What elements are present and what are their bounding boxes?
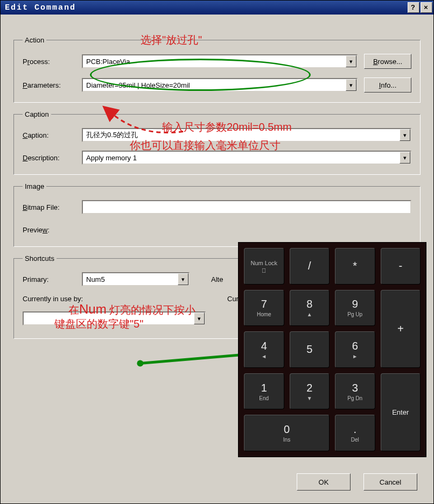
key-2: 2▼ <box>290 373 330 410</box>
dropdown-arrow-icon[interactable] <box>346 79 356 91</box>
dropdown-arrow-icon[interactable] <box>194 313 205 324</box>
key-1: 1End <box>244 373 284 410</box>
preview-label: Preview: <box>23 226 82 234</box>
cancel-button[interactable]: Cancel <box>363 473 417 491</box>
key-numlock: Num Lock⎕ <box>244 248 284 285</box>
svg-point-0 <box>137 360 143 367</box>
process-combobox[interactable]: PCB:PlaceVia <box>82 54 358 68</box>
key-8: 8▲ <box>290 290 330 326</box>
key-plus: + <box>381 290 421 368</box>
dropdown-arrow-icon[interactable] <box>400 129 410 141</box>
description-label: Description: <box>23 154 82 162</box>
group-action-legend: Action <box>23 36 46 44</box>
caption-value: 孔径为0.5的过孔 <box>83 130 400 140</box>
key-slash: / <box>290 248 330 285</box>
group-shortcuts-legend: Shortcuts <box>23 254 57 262</box>
key-9: 9Pg Up <box>335 290 375 326</box>
group-caption: Caption Caption: 孔径为0.5的过孔 Description: … <box>13 110 421 175</box>
key-6: 6► <box>335 331 375 368</box>
key-enter: Enter <box>381 373 421 451</box>
close-button[interactable]: × <box>421 2 432 13</box>
caption-combobox[interactable]: 孔径为0.5的过孔 <box>82 128 411 142</box>
window-title: Edit Command <box>5 3 76 12</box>
description-value: Apply memory 1 <box>83 154 400 162</box>
parameters-combobox[interactable]: Diameter=35mil | HoleSize=20mil <box>82 78 358 92</box>
parameters-label: Parameters: <box>23 81 82 89</box>
browse-button[interactable]: Browse... <box>364 54 411 69</box>
group-image-legend: Image <box>23 182 46 190</box>
parameters-value: Diameter=35mil | HoleSize=20mil <box>83 81 346 89</box>
primary-label: Primary: <box>23 275 82 283</box>
alternate-label: Alte <box>211 275 226 283</box>
dropdown-arrow-icon[interactable] <box>178 273 188 285</box>
inuse-label: Currently in use by: <box>23 295 103 303</box>
info-button[interactable]: Info... <box>364 77 411 93</box>
ok-button[interactable]: OK <box>297 473 351 491</box>
numpad-overlay: Num Lock⎕ / * - 7Home 8▲ 9Pg Up + 4◄ 5 6… <box>238 242 426 457</box>
caption-label: Caption: <box>23 131 82 139</box>
key-3: 3Pg Dn <box>335 373 375 410</box>
group-action: Action Process: PCB:PlaceVia Browse... P… <box>13 36 421 103</box>
key-dot: .Del <box>335 415 375 451</box>
key-7: 7Home <box>244 290 284 326</box>
primary-value: Num5 <box>83 275 178 283</box>
key-star: * <box>335 248 375 285</box>
description-combobox[interactable]: Apply memory 1 <box>82 151 411 165</box>
dialog-buttons: OK Cancel <box>284 473 417 491</box>
primary-combobox[interactable]: Num5 <box>82 272 190 286</box>
key-minus: - <box>381 248 421 285</box>
bitmap-input[interactable] <box>82 200 411 214</box>
client-area: Action Process: PCB:PlaceVia Browse... P… <box>1 15 433 503</box>
process-value: PCB:PlaceVia <box>83 58 346 66</box>
group-image: Image Bitmap File: Preview: <box>13 182 421 247</box>
process-label: Process: <box>23 58 82 66</box>
dropdown-arrow-icon[interactable] <box>346 55 356 67</box>
inuse-combobox[interactable] <box>23 311 206 325</box>
title-bar: Edit Command ? × <box>1 1 433 15</box>
dropdown-arrow-icon[interactable] <box>400 152 410 164</box>
key-4: 4◄ <box>244 331 284 368</box>
help-button[interactable]: ? <box>408 2 419 13</box>
bitmap-label: Bitmap File: <box>23 203 82 211</box>
group-caption-legend: Caption <box>23 110 51 118</box>
key-5: 5 <box>290 331 330 368</box>
key-0: 0Ins <box>244 415 330 451</box>
